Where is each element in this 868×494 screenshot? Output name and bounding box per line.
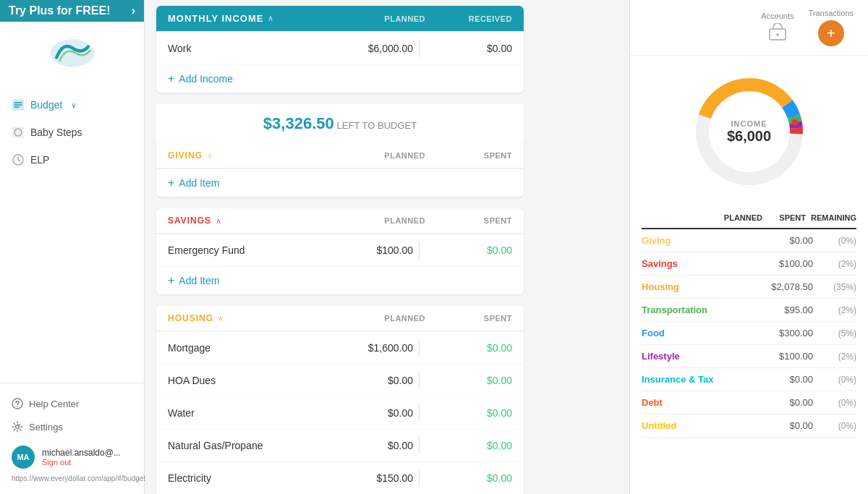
housing-row: Electricity $150.00 $0.00 bbox=[156, 461, 524, 494]
emergency-fund-planned: $100.00 bbox=[319, 244, 413, 256]
th-remaining: REMAINING bbox=[806, 213, 856, 222]
try-plus-label: Try Plus for FREE! bbox=[9, 4, 110, 17]
logo-area bbox=[0, 22, 144, 84]
donut-area: INCOME $6,000 bbox=[630, 56, 868, 208]
table-row: Giving $0.00 (0%) bbox=[642, 229, 856, 252]
savings-spent-header: SPENT bbox=[425, 216, 512, 225]
table-row: Untitled $0.00 (0%) bbox=[642, 414, 856, 438]
banner-chevron: › bbox=[132, 4, 135, 17]
income-planned-header: PLANNED bbox=[331, 14, 425, 23]
income-header: MONTHLY INCOME ∧ PLANNED RECEIVED bbox=[156, 6, 524, 32]
housing-item-spent: $0.00 bbox=[425, 342, 512, 354]
add-transaction-button[interactable]: + bbox=[818, 20, 844, 46]
housing-chevron: ∧ bbox=[218, 314, 224, 323]
add-giving-row[interactable]: + Add Item bbox=[156, 169, 524, 197]
main-nav: Budget ∨ Baby Steps ELP bbox=[0, 84, 144, 383]
category-planned: $0.00 bbox=[755, 235, 813, 246]
housing-rows: Mortgage $1,600.00 $0.00 HOA Dues $0.00 … bbox=[156, 331, 524, 494]
main-content: MONTHLY INCOME ∧ PLANNED RECEIVED Work $… bbox=[145, 0, 629, 494]
add-transaction-icon: + bbox=[827, 25, 835, 42]
budget-table-body: Giving $0.00 (0%) Savings $100.00 (2%) H… bbox=[642, 229, 856, 438]
budget-remaining: $3,326.50 LEFT TO BUDGET bbox=[156, 104, 524, 143]
table-headers: PLANNED SPENT REMAINING bbox=[642, 208, 856, 229]
housing-row: Natural Gas/Propane $0.00 $0.00 bbox=[156, 429, 524, 461]
row-divider bbox=[419, 339, 420, 357]
donut-income-amount: $6,000 bbox=[727, 128, 771, 145]
category-pct: (5%) bbox=[813, 328, 856, 338]
category-pct: (35%) bbox=[813, 282, 856, 292]
sidebar-item-budget[interactable]: Budget ∨ bbox=[0, 91, 144, 119]
elp-label: ELP bbox=[30, 154, 49, 166]
income-card: MONTHLY INCOME ∧ PLANNED RECEIVED Work $… bbox=[156, 6, 524, 93]
housing-item-planned: $150.00 bbox=[319, 472, 413, 484]
budget-label: Budget bbox=[30, 99, 62, 111]
category-name: Debt bbox=[642, 397, 755, 408]
user-info: michael.ansaldo@... Sign out bbox=[42, 448, 121, 467]
housing-section-title: HOUSING bbox=[168, 313, 213, 323]
user-section: MA michael.ansaldo@... Sign out bbox=[12, 438, 132, 472]
savings-section-title: SAVINGS bbox=[168, 216, 211, 226]
baby-steps-icon bbox=[12, 126, 25, 139]
user-email: michael.ansaldo@... bbox=[42, 448, 121, 458]
svg-point-16 bbox=[792, 119, 798, 125]
category-planned: $100.00 bbox=[755, 258, 813, 269]
accounts-header-item[interactable]: Accounts bbox=[761, 12, 793, 43]
sign-out-link[interactable]: Sign out bbox=[42, 458, 121, 467]
add-savings-label: Add Item bbox=[179, 275, 219, 286]
category-pct: (0%) bbox=[813, 398, 856, 408]
budget-sections: MONTHLY INCOME ∧ PLANNED RECEIVED Work $… bbox=[145, 0, 535, 494]
settings-label: Settings bbox=[29, 422, 63, 433]
giving-spent-header: SPENT bbox=[425, 151, 512, 160]
add-income-icon: + bbox=[168, 72, 174, 85]
work-name: Work bbox=[168, 43, 319, 54]
sidebar-item-elp[interactable]: ELP bbox=[0, 146, 144, 174]
emergency-fund-spent: $0.00 bbox=[425, 244, 512, 256]
housing-item-planned: $1,600.00 bbox=[319, 342, 413, 354]
table-row: Food $300.00 (5%) bbox=[642, 322, 856, 345]
housing-spent-header: SPENT bbox=[425, 314, 512, 323]
category-planned: $100.00 bbox=[755, 351, 813, 362]
add-giving-label: Add Item bbox=[179, 177, 219, 189]
housing-item-name: Electricity bbox=[168, 472, 319, 484]
table-row: Transportation $95.00 (2%) bbox=[642, 299, 856, 322]
budget-table: PLANNED SPENT REMAINING Giving $0.00 (0%… bbox=[630, 208, 868, 494]
work-received: $0.00 bbox=[425, 43, 512, 54]
housing-card: HOUSING ∧ PLANNED SPENT Mortgage $1,600.… bbox=[156, 306, 524, 494]
housing-item-name: Natural Gas/Propane bbox=[168, 440, 319, 451]
giving-chevron: ∧ bbox=[207, 151, 213, 161]
housing-item-planned: $0.00 bbox=[319, 375, 413, 386]
savings-header: SAVINGS ∧ PLANNED SPENT bbox=[156, 208, 524, 234]
category-pct: (0%) bbox=[813, 375, 856, 385]
transactions-label: Transactions bbox=[808, 9, 854, 17]
help-center-label: Help Center bbox=[29, 399, 79, 409]
category-name: Insurance & Tax bbox=[642, 374, 755, 385]
help-center-item[interactable]: Help Center bbox=[12, 392, 132, 415]
settings-item[interactable]: Settings bbox=[12, 415, 132, 438]
work-planned: $6,000.00 bbox=[319, 43, 413, 54]
housing-planned-header: PLANNED bbox=[331, 314, 425, 323]
giving-section-title: GIVING bbox=[168, 150, 203, 161]
th-planned: PLANNED bbox=[705, 213, 762, 222]
baby-steps-label: Baby Steps bbox=[30, 127, 82, 138]
transactions-header-item[interactable]: Transactions + bbox=[808, 9, 854, 46]
housing-item-planned: $0.00 bbox=[319, 407, 413, 419]
sidebar-item-baby-steps[interactable]: Baby Steps bbox=[0, 119, 144, 146]
gear-icon bbox=[12, 421, 23, 433]
row-divider bbox=[419, 40, 420, 57]
row-divider-2 bbox=[419, 242, 420, 259]
table-row: Lifestyle $100.00 (2%) bbox=[642, 345, 856, 368]
th-spent: SPENT bbox=[762, 213, 806, 222]
accounts-label: Accounts bbox=[761, 12, 793, 20]
category-name: Giving bbox=[642, 235, 755, 246]
housing-item-name: Water bbox=[168, 407, 319, 419]
try-plus-banner[interactable]: Try Plus for FREE! › bbox=[0, 0, 144, 22]
svg-point-9 bbox=[776, 33, 779, 36]
category-planned: $0.00 bbox=[755, 397, 813, 408]
category-planned: $0.00 bbox=[755, 374, 813, 385]
add-savings-icon: + bbox=[168, 274, 174, 287]
add-savings-row[interactable]: + Add Item bbox=[156, 266, 524, 294]
add-income-row[interactable]: + Add Income bbox=[156, 64, 524, 93]
category-pct: (2%) bbox=[813, 305, 856, 315]
table-row: Insurance & Tax $0.00 (0%) bbox=[642, 368, 856, 391]
logo-icon bbox=[47, 35, 98, 71]
